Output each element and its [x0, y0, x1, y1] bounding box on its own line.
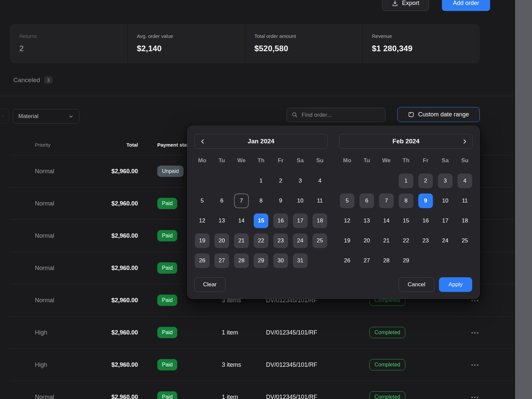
calendar-day[interactable]: 16 — [418, 213, 433, 228]
calendar-day[interactable]: 8 — [399, 194, 413, 208]
month-header: Jan 2024 — [194, 134, 328, 149]
calendar-day[interactable]: 11 — [313, 194, 327, 208]
calendar-day[interactable]: 11 — [458, 194, 472, 208]
calendar-day[interactable]: 27 — [359, 253, 374, 268]
weekday-label: Su — [458, 157, 472, 164]
prev-month-button[interactable] — [195, 134, 210, 148]
calendar-day[interactable]: 16 — [273, 213, 288, 228]
calendar-day[interactable]: 7 — [234, 194, 249, 208]
calendar-day[interactable]: 29 — [399, 253, 413, 268]
calendar-day[interactable]: 15 — [399, 213, 413, 228]
calendar-day[interactable]: 27 — [214, 253, 229, 268]
calendar-day[interactable]: 24 — [438, 233, 453, 248]
calendar-day[interactable]: 18 — [458, 213, 472, 228]
calendar-day[interactable]: 13 — [214, 213, 229, 228]
calendar-day[interactable]: 13 — [359, 213, 374, 228]
calendar-day[interactable]: 22 — [399, 233, 413, 248]
payment-status-cell: Paid — [157, 359, 222, 370]
offscreen-filter-dropdown[interactable] — [0, 109, 9, 123]
payment-status-badge: Paid — [157, 295, 177, 306]
weekday-label: Tu — [214, 157, 229, 164]
search-input[interactable]: Find order... — [287, 108, 385, 122]
calendar-day[interactable]: 31 — [293, 253, 308, 268]
priority-cell: Normal — [35, 200, 85, 207]
calendar-day[interactable]: 20 — [359, 233, 374, 248]
calendar-day[interactable]: 2 — [418, 174, 433, 188]
scrollbar-track[interactable] — [514, 0, 532, 399]
calendar-day[interactable]: 1 — [254, 174, 268, 188]
stat-label: Avg. order value — [137, 33, 245, 39]
calendar-day[interactable]: 23 — [418, 233, 433, 248]
cancel-button[interactable]: Cancel — [399, 277, 434, 292]
calendar-day[interactable]: 20 — [214, 233, 229, 248]
custom-date-range-label: Custom date range — [418, 111, 469, 118]
calendar-day[interactable]: 9 — [418, 194, 433, 208]
calendar-day[interactable]: 28 — [234, 253, 249, 268]
calendar-day[interactable]: 4 — [458, 174, 472, 188]
custom-date-range-button[interactable]: Custom date range — [397, 107, 480, 122]
calendar-day[interactable]: 7 — [379, 194, 394, 208]
row-menu-button[interactable]: ••• — [471, 362, 480, 368]
calendar-day[interactable]: 21 — [234, 233, 249, 248]
calendar-day[interactable]: 9 — [273, 194, 288, 208]
calendar-day[interactable]: 19 — [195, 233, 209, 248]
calendar-day[interactable]: 17 — [293, 213, 308, 228]
add-order-button[interactable]: Add order — [442, 0, 490, 11]
calendar-day[interactable]: 29 — [254, 253, 268, 268]
calendar-day[interactable]: 26 — [195, 253, 209, 268]
calendar-day[interactable]: 10 — [438, 194, 453, 208]
calendar-day[interactable]: 1 — [399, 174, 413, 188]
weekday-label: Sa — [438, 157, 453, 164]
calendar-day[interactable]: 17 — [438, 213, 453, 228]
calendar-day[interactable]: 30 — [273, 253, 288, 268]
chevron-down-icon — [1, 114, 5, 118]
weekday-label: We — [234, 157, 249, 164]
table-row[interactable]: High$2,960.00Paid1 itemDV/012345/101/RFC… — [10, 316, 514, 348]
payment-status-badge: Paid — [157, 262, 177, 274]
calendar-day[interactable]: 23 — [273, 233, 288, 248]
calendar-day[interactable]: 15 — [254, 213, 268, 228]
next-month-button[interactable] — [457, 134, 472, 148]
calendar-day[interactable]: 24 — [293, 233, 308, 248]
calendar-day[interactable]: 14 — [379, 213, 394, 228]
calendar-day[interactable]: 12 — [195, 213, 209, 228]
apply-button[interactable]: Apply — [439, 277, 472, 292]
calendar-day[interactable]: 5 — [340, 194, 354, 208]
calendar-day[interactable]: 25 — [313, 233, 327, 248]
status-badge: Completed — [369, 391, 405, 399]
calendar-day[interactable]: 12 — [340, 213, 354, 228]
material-filter-dropdown[interactable]: Material — [13, 109, 79, 124]
calendar-day[interactable]: 6 — [359, 194, 374, 208]
export-button[interactable]: Export — [382, 0, 429, 11]
tab-canceled[interactable]: Canceled 3 — [13, 76, 53, 84]
calendar-month-right: Feb 2024 MoTuWeThFrSaSu 1234567891011121… — [339, 126, 473, 299]
payment-status-badge: Paid — [157, 327, 177, 338]
calendar-day[interactable]: 5 — [195, 194, 209, 208]
calendar-day[interactable]: 18 — [313, 213, 327, 228]
clear-button[interactable]: Clear — [194, 277, 225, 292]
table-row[interactable]: Normal$2,960.00Paid1 itemDV/012345/101/R… — [10, 381, 514, 399]
row-menu-button[interactable]: ••• — [471, 330, 480, 335]
calendar-day[interactable]: 21 — [379, 233, 394, 248]
table-row[interactable]: High$2,960.00Paid3 itemsDV/012345/101/RF… — [10, 348, 514, 381]
payment-status-cell: Paid — [157, 391, 222, 399]
priority-cell: Normal — [35, 265, 85, 272]
calendar-day[interactable]: 19 — [340, 233, 354, 248]
priority-cell: Normal — [35, 232, 85, 239]
calendar-day[interactable]: 25 — [458, 233, 472, 248]
calendar-day[interactable]: 22 — [254, 233, 268, 248]
row-menu-button[interactable]: ••• — [471, 394, 480, 399]
calendar-day[interactable]: 2 — [273, 174, 288, 188]
date-range-popup: Jan 2024 MoTuWeThFrSaSu 1234567891011121… — [187, 126, 480, 299]
calendar-day[interactable]: 10 — [293, 194, 308, 208]
calendar-day[interactable]: 3 — [438, 174, 453, 188]
status-badge: Completed — [369, 359, 405, 370]
calendar-day[interactable]: 3 — [293, 174, 308, 188]
calendar-day[interactable]: 8 — [254, 194, 268, 208]
calendar-day[interactable]: 14 — [234, 213, 249, 228]
calendar-day[interactable]: 26 — [340, 253, 354, 268]
calendar-day[interactable]: 28 — [379, 253, 394, 268]
calendar-day[interactable]: 4 — [313, 174, 327, 188]
total-cell: $2,960.00 — [85, 394, 138, 399]
calendar-day[interactable]: 6 — [214, 194, 229, 208]
